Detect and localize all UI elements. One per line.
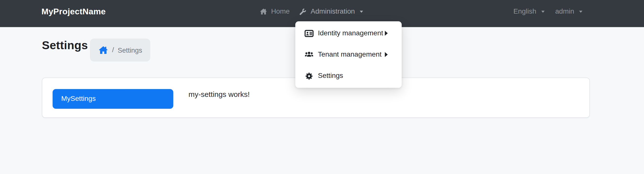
username-label: admin	[555, 8, 574, 16]
settings-content-text: my-settings works!	[188, 90, 250, 99]
caret-right-icon	[385, 31, 388, 36]
tab-mysettings[interactable]: MySettings	[53, 89, 174, 109]
administration-dropdown-menu: Identity managementTenant managementSett…	[295, 21, 402, 88]
nav-item-home[interactable]: Home	[260, 8, 290, 16]
menu-item-tenant-management[interactable]: Tenant management	[295, 46, 402, 64]
language-label: English	[514, 8, 536, 16]
chevron-down-icon	[579, 10, 582, 12]
home-icon	[260, 8, 268, 16]
nav-item-administration[interactable]: Administration	[299, 8, 363, 16]
gear-icon	[304, 71, 314, 80]
user-dropdown[interactable]: admin	[555, 8, 582, 16]
nav-item-label: Home	[271, 8, 290, 16]
menu-item-settings[interactable]: Settings	[295, 67, 402, 85]
caret-right-icon	[385, 52, 388, 57]
id-card-icon	[304, 28, 314, 38]
home-icon[interactable]	[98, 45, 108, 55]
nav-item-label: Administration	[311, 8, 355, 16]
wrench-icon	[299, 8, 307, 16]
menu-item-label: Identity management	[318, 29, 383, 37]
main-nav: Home Administration	[260, 0, 363, 23]
language-dropdown[interactable]: English	[514, 8, 545, 16]
navbar-right: English admin	[514, 0, 582, 23]
users-icon	[304, 50, 314, 59]
navbar-inner: MyProjectName Home Administration	[0, 0, 644, 23]
menu-item-label: Settings	[318, 72, 343, 80]
chevron-down-icon	[541, 10, 544, 12]
app-window: MyProjectName Home Administration	[0, 0, 644, 174]
breadcrumb-current: Settings	[118, 46, 142, 54]
chevron-down-icon	[360, 10, 363, 12]
menu-item-identity-management[interactable]: Identity management	[295, 24, 402, 42]
breadcrumb-separator: /	[112, 46, 114, 54]
page-title: Settings	[42, 39, 88, 52]
breadcrumb: / Settings	[90, 38, 150, 62]
menu-item-label: Tenant management	[318, 50, 382, 58]
brand-link[interactable]: MyProjectName	[42, 0, 106, 23]
